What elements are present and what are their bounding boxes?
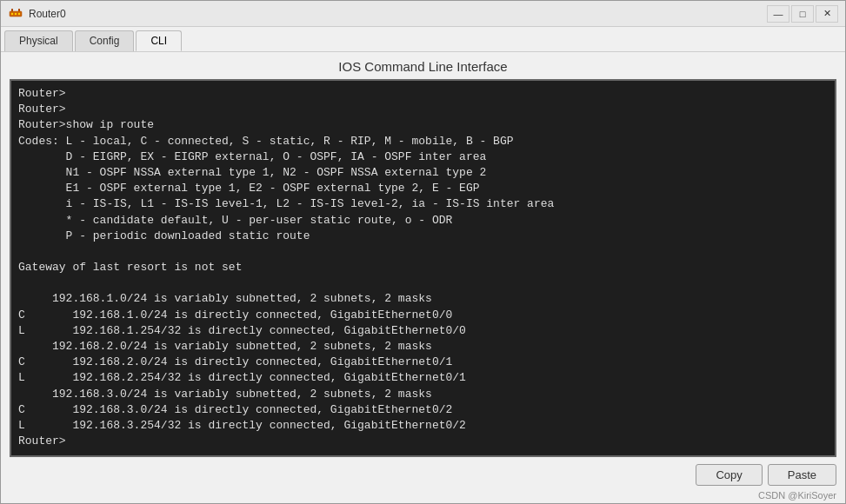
maximize-button[interactable]: □ (791, 5, 814, 23)
svg-rect-4 (11, 9, 13, 11)
minimize-button[interactable]: — (767, 5, 789, 23)
svg-rect-5 (18, 9, 20, 11)
tab-cli[interactable]: CLI (136, 30, 182, 51)
svg-point-3 (18, 12, 20, 14)
svg-point-1 (11, 12, 13, 14)
title-bar-controls: — □ ✕ (767, 5, 838, 23)
paste-button[interactable]: Paste (768, 464, 836, 486)
cli-container[interactable]: Router> Router> Router>show ip route Cod… (10, 79, 836, 457)
window-title: Router0 (29, 8, 66, 20)
page-title: IOS Command Line Interface (1, 52, 845, 79)
tab-config[interactable]: Config (75, 30, 135, 51)
tab-bar: Physical Config CLI (1, 27, 845, 52)
svg-point-2 (15, 12, 17, 14)
main-window: Router0 — □ ✕ Physical Config CLI IOS Co… (0, 0, 846, 504)
close-button[interactable]: ✕ (816, 5, 838, 23)
copy-button[interactable]: Copy (696, 464, 762, 486)
router-icon (8, 6, 23, 22)
cli-output: Router> Router> Router>show ip route Cod… (18, 86, 828, 449)
watermark: CSDN @KiriSoyer (1, 489, 845, 503)
tab-physical[interactable]: Physical (4, 30, 73, 51)
bottom-bar: Copy Paste (1, 461, 845, 489)
title-bar: Router0 — □ ✕ (1, 1, 845, 27)
title-bar-left: Router0 (8, 6, 66, 22)
